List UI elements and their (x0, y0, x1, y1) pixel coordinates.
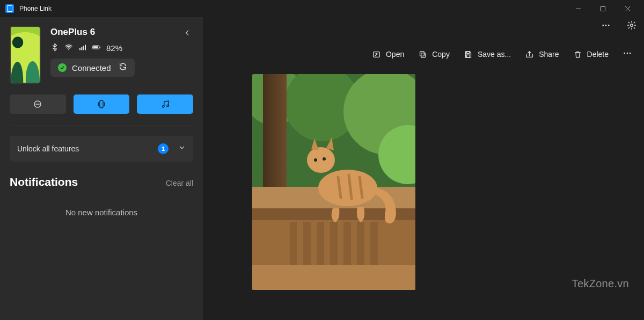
svg-rect-12 (93, 46, 98, 48)
photo-toolbar: Open Copy Save as... Share Delete (203, 39, 644, 70)
save-as-label: Save as... (478, 50, 511, 59)
share-button[interactable]: Share (525, 50, 559, 59)
delete-label: Delete (587, 50, 609, 59)
svg-rect-47 (357, 222, 364, 265)
svg-rect-43 (303, 222, 311, 265)
dnd-button[interactable] (10, 94, 66, 114)
more-options-button[interactable] (623, 48, 632, 60)
notifications-heading: Notifications (10, 176, 78, 188)
copy-label: Copy (432, 50, 450, 59)
svg-point-29 (605, 25, 607, 26)
svg-rect-45 (330, 222, 338, 265)
settings-button[interactable] (627, 20, 636, 32)
svg-rect-48 (370, 222, 378, 265)
svg-point-25 (624, 53, 625, 54)
svg-rect-9 (83, 46, 84, 50)
svg-rect-7 (79, 48, 80, 50)
notifications-empty-message: No new notifications (10, 208, 193, 217)
connected-check-icon (58, 63, 67, 72)
svg-rect-20 (421, 53, 426, 57)
delete-button[interactable]: Delete (573, 50, 609, 59)
header-more-button[interactable] (601, 20, 611, 32)
app-title: Phone Link (19, 5, 52, 12)
music-button[interactable] (137, 94, 193, 114)
title-bar: Phone Link (0, 0, 644, 17)
phone-thumbnail[interactable] (10, 26, 41, 84)
svg-point-26 (627, 53, 628, 54)
svg-rect-22 (467, 51, 470, 53)
svg-rect-16 (100, 100, 103, 108)
open-label: Open (386, 50, 404, 59)
device-name: OnePlus 6 (50, 27, 135, 38)
maximize-button[interactable] (590, 0, 615, 17)
battery-percentage: 82% (106, 43, 122, 53)
minimize-button[interactable] (566, 0, 590, 17)
collapse-sidebar-button[interactable] (184, 29, 191, 39)
open-button[interactable]: Open (372, 50, 404, 59)
sidebar: OnePlus 6 82% (0, 17, 203, 320)
svg-rect-8 (81, 47, 82, 50)
svg-point-27 (630, 53, 631, 54)
svg-rect-46 (343, 222, 351, 265)
copy-button[interactable]: Copy (418, 50, 450, 59)
divider (10, 126, 193, 126)
selected-photo[interactable] (252, 74, 415, 290)
clear-all-button[interactable]: Clear all (166, 179, 193, 187)
unlock-features-label: Unlock all features (17, 144, 79, 153)
svg-point-31 (631, 24, 633, 27)
svg-rect-1 (601, 6, 605, 11)
svg-point-5 (12, 37, 23, 48)
svg-point-54 (314, 158, 317, 162)
svg-rect-21 (420, 51, 425, 56)
svg-rect-44 (317, 222, 324, 265)
phone-screen-button[interactable] (74, 94, 130, 114)
connection-label: Connected (72, 63, 111, 72)
svg-point-6 (68, 49, 69, 50)
app-icon (5, 4, 14, 13)
svg-point-51 (307, 147, 335, 173)
svg-point-55 (323, 157, 326, 161)
connection-status[interactable]: Connected (50, 59, 135, 77)
svg-rect-13 (100, 47, 101, 48)
save-as-button[interactable]: Save as... (464, 50, 511, 59)
content-pane: Open Copy Save as... Share Delete (203, 17, 644, 320)
status-icons: 82% (50, 43, 135, 53)
signal-icon (78, 43, 87, 53)
bluetooth-icon (50, 43, 59, 53)
svg-rect-49 (252, 265, 415, 290)
unlock-features-row[interactable]: Unlock all features 1 (10, 136, 193, 162)
share-label: Share (539, 50, 559, 59)
chevron-down-icon (178, 144, 186, 154)
svg-point-30 (608, 25, 610, 26)
unlock-badge: 1 (158, 143, 169, 154)
watermark: TekZone.vn (572, 278, 629, 290)
svg-rect-10 (85, 45, 86, 50)
svg-rect-42 (290, 222, 297, 265)
svg-rect-23 (467, 55, 470, 57)
svg-point-17 (162, 106, 164, 107)
svg-point-28 (602, 25, 604, 26)
refresh-icon[interactable] (116, 62, 127, 73)
close-button[interactable] (615, 0, 640, 17)
wifi-icon (64, 43, 73, 53)
svg-point-18 (167, 105, 169, 106)
battery-icon (92, 43, 101, 53)
